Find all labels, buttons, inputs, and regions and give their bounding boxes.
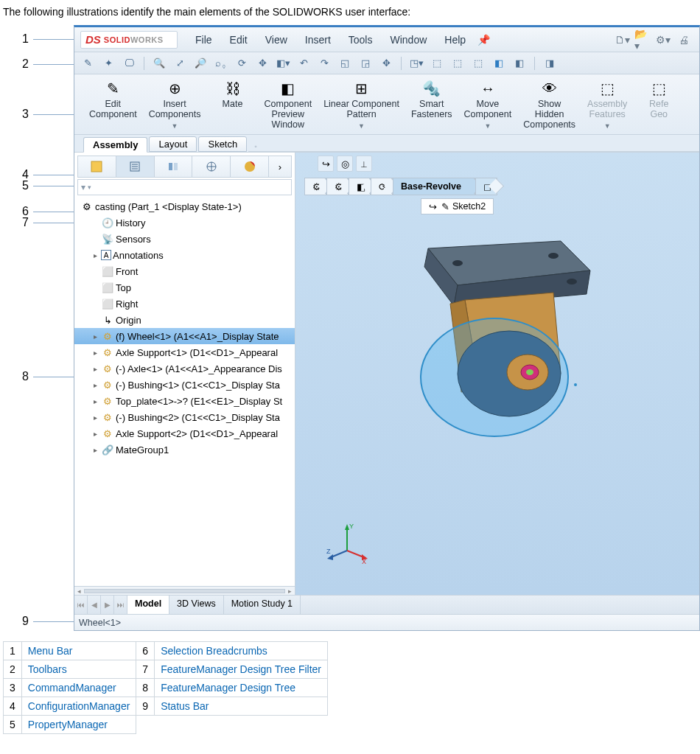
tb-section-icon[interactable]: ◧▾ <box>276 56 290 71</box>
tb-view2-icon[interactable]: ⬚ <box>430 56 444 71</box>
tb-view3-icon[interactable]: ⬚ <box>450 56 465 71</box>
tree-item[interactable]: ⬜Right <box>74 296 295 312</box>
expand-icon[interactable]: ▸ <box>91 397 99 405</box>
expand-icon[interactable]: ▸ <box>91 349 99 357</box>
cmd-insert[interactable]: ⊕InsertComponents▼ <box>143 77 207 131</box>
pin-icon[interactable]: 📌 <box>477 34 490 46</box>
feature-tree-filter[interactable]: ▾ ▾ <box>77 179 292 195</box>
tb-grab1-icon[interactable]: ◱ <box>337 56 352 71</box>
tb-view1-icon[interactable]: ◳▾ <box>409 56 424 71</box>
legend-link[interactable]: Toolbars <box>28 663 67 675</box>
expand-icon[interactable]: ▸ <box>91 332 99 341</box>
btab-motion[interactable]: Motion Study 1 <box>224 596 301 614</box>
dropdown-icon[interactable]: ▼ <box>358 122 365 130</box>
tree-item[interactable]: ▸⚙(f) Wheel<1> (A1<<A1>_Display State <box>74 328 295 344</box>
expand-icon[interactable]: ▸ <box>91 430 99 438</box>
btab-3dviews[interactable]: 3D Views <box>169 596 224 614</box>
cmd-show[interactable]: 👁ShowHiddenComponents <box>517 77 581 131</box>
tree-scrollbar[interactable]: ◂▸ <box>74 586 295 595</box>
tb-view6-icon[interactable]: ◧ <box>512 56 527 71</box>
cm-tab-sketch[interactable]: Sketch <box>198 136 247 152</box>
legend-link[interactable]: ConfigurationManager <box>28 700 130 712</box>
menu-insert[interactable]: Insert <box>298 31 338 49</box>
ctx-icon-1[interactable]: ↪ <box>318 156 334 172</box>
prev-icon[interactable]: ◀ <box>88 596 101 614</box>
bcrumb-end[interactable]: ◻ <box>475 178 497 195</box>
cm-tab-layout[interactable]: Layout <box>149 136 197 152</box>
legend-link[interactable]: FeatureManager Design Tree <box>161 682 295 694</box>
cmd-linear-component[interactable]: ⊞Linear ComponentPattern▼ <box>318 77 405 131</box>
pm-tab-configuration-manager[interactable] <box>155 156 193 177</box>
tb-zoom-icon[interactable]: 🔍 <box>152 56 167 71</box>
expand-icon[interactable]: ▸ <box>91 365 99 373</box>
menu-window[interactable]: Window <box>382 31 434 49</box>
expand-icon[interactable]: ▸ <box>91 413 99 422</box>
tb-next-icon[interactable]: ↷ <box>317 56 332 71</box>
expand-icon[interactable]: ▸ <box>91 381 99 389</box>
cmd-component[interactable]: ◧ComponentPreviewWindow <box>259 77 318 131</box>
dropdown-icon[interactable]: ▼ <box>484 122 491 130</box>
tb-zoomsel-icon[interactable]: ⌕₀ <box>214 56 228 71</box>
menu-help[interactable]: Help <box>437 31 473 49</box>
tree-item[interactable]: ▸⚙Axle Support<2> (D1<<D1>_Appearal <box>74 425 295 441</box>
next-icon[interactable]: ▶ <box>101 596 114 614</box>
tree-item[interactable]: 🕘History <box>74 214 295 231</box>
tb-move-icon[interactable]: ✥ <box>379 56 393 71</box>
print-icon[interactable]: 🖨 <box>676 32 692 47</box>
open-doc-icon[interactable]: 📂▾ <box>634 32 651 47</box>
bcrumb-feature[interactable]: Base-Revolve <box>393 178 475 195</box>
tb-zoomfit-icon[interactable]: ⤢ <box>172 56 187 71</box>
tb-tool1-icon[interactable]: ✦ <box>101 56 116 71</box>
menu-view[interactable]: View <box>258 31 295 49</box>
tree-item[interactable]: ▸⚙(-) Axle<1> (A1<<A1>_Appearance Dis <box>74 360 295 377</box>
view-triad[interactable]: Y X Z <box>325 521 369 565</box>
pm-tab-dimxpert[interactable] <box>192 156 231 177</box>
tree-item[interactable]: ▸⚙Top_plate<1>->? (E1<<E1>_Display St <box>74 393 295 409</box>
menu-file[interactable]: File <box>188 31 220 49</box>
legend-link[interactable]: Menu Bar <box>28 645 73 657</box>
tree-item[interactable]: ⬜Front <box>74 263 295 279</box>
dropdown-icon[interactable]: ▼ <box>604 122 611 130</box>
logo[interactable]: DS SOLIDWORKS <box>80 31 178 49</box>
cmd-assembly[interactable]: ⬚AssemblyFeatures▼ <box>581 77 633 131</box>
cmd-refe[interactable]: ⬚RefeGeo <box>633 77 685 122</box>
tree-item[interactable]: ▸AAnnotations <box>74 247 295 263</box>
last-icon[interactable]: ⏭ <box>114 596 127 614</box>
legend-link[interactable]: PropertyManager <box>28 719 108 730</box>
filter-dropdown-icon[interactable]: ▾ <box>88 184 91 191</box>
tree-item[interactable]: 📡Sensors <box>74 231 295 247</box>
menu-edit[interactable]: Edit <box>223 31 255 49</box>
tb-pencil-icon[interactable]: ✎ <box>80 56 95 71</box>
tree-item[interactable]: ▸🔗MateGroup1 <box>74 441 295 458</box>
bcrumb-1[interactable]: ⚙ <box>304 178 326 195</box>
legend-link[interactable]: Selection Breadcrumbs <box>161 645 267 657</box>
new-doc-icon[interactable]: 🗋▾ <box>614 32 630 47</box>
tb-display-icon[interactable]: 🖵 <box>122 56 136 71</box>
tree-root[interactable]: ⚙ casting (Part_1 <Display State-1>) <box>74 198 295 214</box>
gear-icon[interactable]: ⚙▾ <box>655 32 671 47</box>
first-icon[interactable]: ⏮ <box>74 596 88 614</box>
bcrumb-2[interactable]: ⚙ <box>326 178 349 195</box>
cm-overflow-icon[interactable]: ◦ <box>248 142 263 150</box>
tree-item[interactable]: ▸⚙Axle Support<1> (D1<<D1>_Appearal <box>74 344 295 360</box>
graphics-area[interactable]: ↪ ◎ ⟂ ⚙ ⚙ ◧ ⟳ Base-Revolve ◻ ↪ ✎ Sketch2 <box>295 153 699 595</box>
bcrumb-3[interactable]: ◧ <box>349 178 371 195</box>
cm-tab-assembly[interactable]: Assembly <box>83 137 147 153</box>
ctx-measure-icon[interactable]: ⟂ <box>356 156 372 172</box>
tree-item[interactable]: ⬜Top <box>74 279 295 296</box>
tb-view5-icon[interactable]: ◧ <box>491 56 506 71</box>
tb-view7-icon[interactable]: ◨ <box>542 56 557 71</box>
tb-pan-icon[interactable]: ✥ <box>255 56 270 71</box>
legend-link[interactable]: CommandManager <box>28 682 116 694</box>
tree-item[interactable]: ↳Origin <box>74 312 295 328</box>
legend-link[interactable]: Status Bar <box>161 700 209 712</box>
menu-tools[interactable]: Tools <box>341 31 380 49</box>
btab-model[interactable]: Model <box>127 596 169 614</box>
tree-item[interactable]: ▸⚙(-) Bushing<2> (C1<<C1>_Display Sta <box>74 409 295 425</box>
legend-link[interactable]: FeatureManager Design Tree Filter <box>161 663 321 675</box>
pm-tab-render[interactable] <box>231 156 269 177</box>
cmd-edit[interactable]: ✎EditComponent <box>83 77 143 122</box>
pm-tab-more-icon[interactable]: › <box>269 156 291 177</box>
cmd-move[interactable]: ↔MoveComponent▼ <box>458 77 518 131</box>
cmd-mate[interactable]: ⛓Mate <box>207 77 259 111</box>
